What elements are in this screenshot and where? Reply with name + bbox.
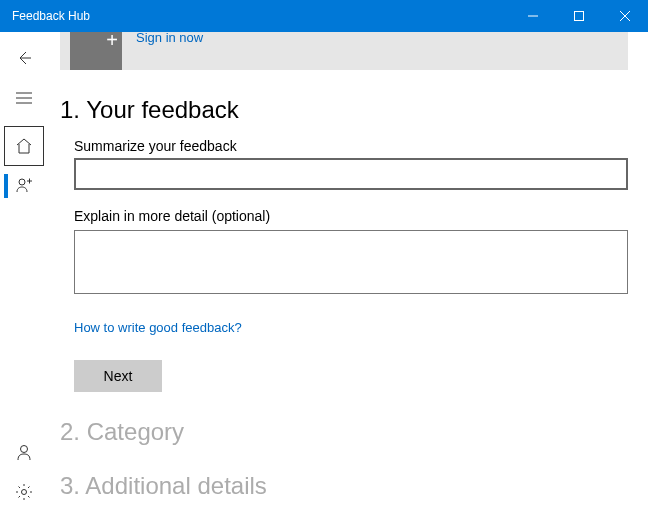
person-icon: [15, 443, 33, 461]
step1-heading: 1. Your feedback: [60, 96, 628, 124]
step2-heading: 2. Category: [60, 418, 628, 446]
signin-link[interactable]: Sign in now: [136, 32, 203, 45]
next-button[interactable]: Next: [74, 360, 162, 392]
help-link[interactable]: How to write good feedback?: [74, 320, 242, 335]
summary-label: Summarize your feedback: [74, 138, 628, 154]
svg-rect-1: [575, 12, 584, 21]
minimize-button[interactable]: [510, 0, 556, 32]
menu-button[interactable]: [4, 78, 44, 118]
maximize-button[interactable]: [556, 0, 602, 32]
back-button[interactable]: [4, 38, 44, 78]
sidebar: [0, 32, 48, 512]
svg-point-11: [21, 446, 28, 453]
svg-point-12: [22, 490, 27, 495]
back-icon: [15, 49, 33, 67]
app-title: Feedback Hub: [0, 9, 90, 23]
home-icon: [15, 137, 33, 155]
maximize-icon: [574, 11, 584, 21]
nav-settings[interactable]: [4, 472, 44, 512]
plus-icon: +: [106, 32, 118, 50]
summary-input[interactable]: [74, 158, 628, 190]
title-bar: Feedback Hub: [0, 0, 648, 32]
signin-banner: + Sign in now: [60, 32, 628, 70]
step3-heading: 3. Additional details: [60, 472, 628, 500]
gear-icon: [15, 483, 33, 501]
nav-feedback[interactable]: [4, 166, 44, 206]
detail-label: Explain in more detail (optional): [74, 208, 628, 224]
minimize-icon: [528, 11, 538, 21]
nav-account[interactable]: [4, 432, 44, 472]
feedback-icon: [15, 177, 33, 195]
main-content: + Sign in now 1. Your feedback Summarize…: [48, 32, 648, 512]
hamburger-icon: [16, 92, 32, 104]
close-button[interactable]: [602, 0, 648, 32]
window-controls: [510, 0, 648, 32]
nav-home[interactable]: [4, 126, 44, 166]
close-icon: [620, 11, 630, 21]
signin-avatar[interactable]: +: [70, 32, 122, 70]
svg-point-8: [19, 179, 25, 185]
detail-input[interactable]: [74, 230, 628, 294]
